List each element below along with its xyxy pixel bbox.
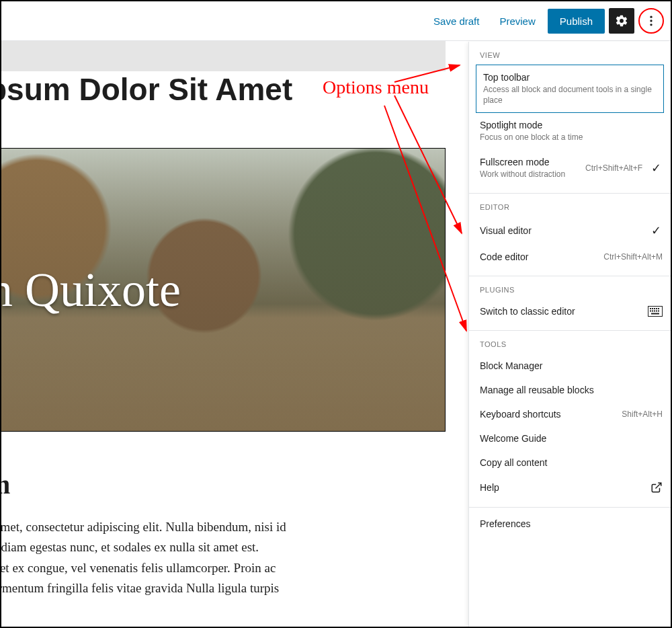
svg-point-0 bbox=[650, 16, 652, 18]
editor-top-bar: Save draft Preview Publish bbox=[1, 1, 671, 41]
menu-item-label: Fullscreen mode bbox=[480, 157, 579, 167]
options-menu: VIEW Top toolbar Access all block and do… bbox=[468, 42, 671, 627]
keyboard-icon bbox=[648, 306, 663, 317]
menu-item-label: Preferences bbox=[480, 518, 663, 529]
menu-group-preferences: Preferences bbox=[469, 508, 671, 543]
menu-item-preferences[interactable]: Preferences bbox=[469, 508, 671, 536]
post-title[interactable]: psum Dolor Sit Amet bbox=[0, 71, 446, 108]
svg-rect-9 bbox=[650, 310, 651, 311]
app-frame: Save draft Preview Publish psum Dolor Si… bbox=[0, 0, 672, 628]
check-icon: ✓ bbox=[649, 161, 663, 175]
menu-item-desc: Focus on one block at a time bbox=[480, 132, 663, 143]
svg-rect-8 bbox=[658, 308, 659, 309]
svg-rect-13 bbox=[658, 310, 659, 311]
menu-item-label: Top toolbar bbox=[483, 72, 657, 83]
svg-rect-14 bbox=[651, 313, 659, 314]
menu-heading-view: VIEW bbox=[469, 42, 671, 65]
settings-button[interactable] bbox=[609, 8, 634, 34]
menu-item-label: Keyboard shortcuts bbox=[480, 409, 615, 420]
menu-group-tools: TOOLS Block Manager Manage all reusable … bbox=[469, 331, 671, 508]
menu-item-code-editor[interactable]: Code editor Ctrl+Shift+Alt+M bbox=[469, 245, 671, 269]
menu-item-spotlight[interactable]: Spotlight mode Focus on one block at a t… bbox=[469, 113, 671, 149]
menu-group-plugins: PLUGINS Switch to classic editor bbox=[469, 276, 671, 331]
menu-item-desc: Work without distraction bbox=[480, 169, 579, 180]
save-draft-button[interactable]: Save draft bbox=[425, 10, 487, 32]
menu-item-top-toolbar[interactable]: Top toolbar Access all block and documen… bbox=[476, 65, 664, 113]
menu-item-label: Spotlight mode bbox=[480, 120, 663, 130]
menu-item-label: Code editor bbox=[480, 251, 597, 262]
menu-item-visual-editor[interactable]: Visual editor ✓ bbox=[469, 217, 671, 245]
menu-heading-editor: EDITOR bbox=[469, 194, 671, 217]
svg-rect-5 bbox=[652, 308, 653, 309]
cover-block[interactable]: n Quixote bbox=[0, 148, 446, 432]
menu-item-label: Switch to classic editor bbox=[480, 306, 641, 317]
check-icon: ✓ bbox=[649, 223, 663, 238]
menu-item-help[interactable]: Help bbox=[469, 475, 671, 500]
svg-rect-11 bbox=[654, 310, 655, 311]
menu-shortcut: Ctrl+Shift+Alt+F bbox=[585, 163, 642, 173]
menu-item-copy-all[interactable]: Copy all content bbox=[469, 450, 671, 475]
options-button[interactable] bbox=[638, 8, 664, 34]
svg-rect-12 bbox=[656, 310, 657, 311]
menu-item-label: Help bbox=[480, 482, 644, 493]
svg-rect-10 bbox=[652, 310, 653, 311]
svg-rect-7 bbox=[656, 308, 657, 309]
svg-rect-4 bbox=[650, 308, 651, 309]
heading-block[interactable]: m bbox=[0, 469, 446, 500]
menu-item-desc: Access all block and document tools in a… bbox=[483, 84, 657, 106]
preview-button[interactable]: Preview bbox=[491, 10, 543, 32]
menu-item-reusable-blocks[interactable]: Manage all reusable blocks bbox=[469, 378, 671, 402]
menu-item-welcome-guide[interactable]: Welcome Guide bbox=[469, 426, 671, 450]
menu-item-keyboard-shortcuts[interactable]: Keyboard shortcuts Shift+Alt+H bbox=[469, 402, 671, 426]
gear-icon bbox=[615, 14, 628, 28]
external-link-icon bbox=[650, 481, 663, 494]
menu-group-editor: EDITOR Visual editor ✓ Code editor Ctrl+… bbox=[469, 194, 671, 276]
svg-point-2 bbox=[650, 24, 652, 26]
menu-heading-tools: TOOLS bbox=[469, 331, 671, 354]
menu-group-view: VIEW Top toolbar Access all block and do… bbox=[469, 42, 671, 194]
menu-item-label: Block Manager bbox=[480, 360, 663, 371]
menu-item-fullscreen[interactable]: Fullscreen mode Work without distraction… bbox=[469, 150, 671, 186]
cover-title[interactable]: n Quixote bbox=[0, 262, 181, 318]
svg-line-15 bbox=[656, 483, 661, 488]
publish-button[interactable]: Publish bbox=[548, 9, 605, 34]
editor-canvas-wrap: psum Dolor Sit Amet n Quixote m t amet, … bbox=[0, 40, 446, 627]
menu-item-classic-editor[interactable]: Switch to classic editor bbox=[469, 299, 671, 323]
menu-item-block-manager[interactable]: Block Manager bbox=[469, 354, 671, 378]
menu-item-label: Welcome Guide bbox=[480, 433, 663, 444]
menu-item-label: Manage all reusable blocks bbox=[480, 385, 663, 395]
menu-heading-plugins: PLUGINS bbox=[469, 276, 671, 299]
menu-item-label: Visual editor bbox=[480, 225, 642, 236]
menu-shortcut: Ctrl+Shift+Alt+M bbox=[603, 252, 663, 262]
svg-point-1 bbox=[650, 19, 652, 22]
more-vertical-icon bbox=[644, 14, 658, 28]
menu-item-label: Copy all content bbox=[480, 457, 663, 468]
menu-shortcut: Shift+Alt+H bbox=[622, 409, 663, 419]
svg-rect-6 bbox=[654, 308, 655, 309]
editor-canvas[interactable]: psum Dolor Sit Amet n Quixote m t amet, … bbox=[0, 71, 446, 628]
paragraph-block[interactable]: t amet, consectetur adipiscing elit. Nul… bbox=[0, 517, 446, 599]
